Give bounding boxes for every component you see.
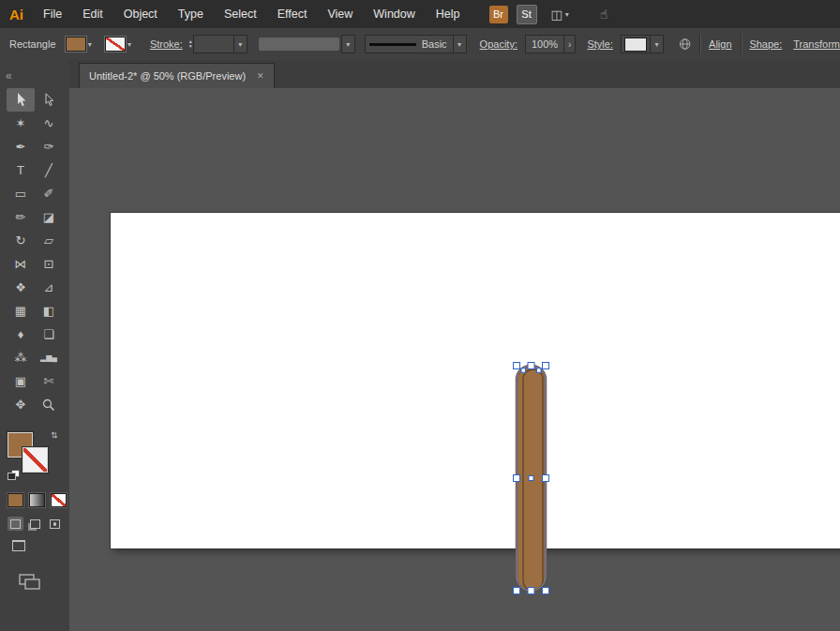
- selection-tool[interactable]: [7, 88, 35, 112]
- pen-tool[interactable]: ✒: [7, 135, 35, 158]
- blend-tool[interactable]: ❏: [35, 323, 63, 346]
- symbol-sprayer-tool[interactable]: ⁂: [7, 346, 35, 369]
- arrange-documents-button[interactable]: ◫ ▾: [551, 8, 569, 22]
- mesh-icon: ▦: [15, 304, 26, 318]
- magic-wand-tool[interactable]: ✶: [7, 112, 35, 135]
- anchor-point[interactable]: [537, 368, 542, 373]
- slice-icon: ✄: [44, 374, 54, 388]
- stroke-style-select[interactable]: Basic ▾: [365, 35, 467, 53]
- gradient-button[interactable]: [29, 493, 45, 507]
- artboard-tool[interactable]: ▣: [7, 369, 35, 393]
- rectangle-tool[interactable]: ▭: [7, 182, 35, 205]
- selected-shape[interactable]: [510, 359, 553, 601]
- menu-select[interactable]: Select: [214, 8, 267, 21]
- stroke-color-box[interactable]: [22, 447, 48, 473]
- rotate-tool[interactable]: ↻: [7, 229, 35, 252]
- brush-definition-select[interactable]: ▾: [259, 35, 355, 53]
- type-tool[interactable]: T: [7, 158, 35, 182]
- document-tab[interactable]: Untitled-2* @ 50% (RGB/Preview) ✕: [79, 63, 275, 88]
- scale-tool[interactable]: ▱: [35, 229, 63, 252]
- menu-bar: Ai File Edit Object Type Select Effect V…: [0, 0, 840, 29]
- swap-fill-stroke-icon[interactable]: ⇄: [50, 431, 59, 439]
- column-graph-tool[interactable]: ▂▆▄: [35, 346, 63, 369]
- menu-window[interactable]: Window: [363, 8, 425, 21]
- globe-icon[interactable]: [679, 37, 691, 52]
- hand-tool[interactable]: ✥: [7, 393, 35, 416]
- graphic-style-panel-link[interactable]: Style:: [587, 38, 613, 50]
- color-button[interactable]: [8, 493, 23, 507]
- fill-color-picker[interactable]: ▾: [66, 37, 92, 52]
- stroke-panel-link[interactable]: Stroke:: [150, 38, 183, 50]
- opacity-select[interactable]: 100% ›: [525, 35, 576, 53]
- selection-handle[interactable]: [528, 363, 534, 369]
- none-button[interactable]: [51, 493, 67, 507]
- curvature-icon: ✑: [44, 140, 54, 154]
- chevron-right-icon: ›: [564, 39, 575, 50]
- menu-help[interactable]: Help: [426, 8, 471, 21]
- selection-handle[interactable]: [528, 588, 534, 594]
- bridge-button[interactable]: Br: [489, 6, 508, 23]
- pencil-tool[interactable]: ✏: [7, 205, 35, 229]
- selection-handle[interactable]: [514, 363, 520, 369]
- opacity-panel-link[interactable]: Opacity:: [480, 38, 518, 50]
- eyedropper-tool[interactable]: ♦: [7, 323, 35, 346]
- transform-panel-link[interactable]: Transform: [793, 38, 840, 50]
- default-fill-stroke-icon[interactable]: [8, 470, 20, 480]
- menu-view[interactable]: View: [317, 8, 363, 21]
- toolbar: « ✶ ∿ ✒ ✑ T ╱ ▭ ✐ ✏ ◪ ↻ ▱ ⋈: [0, 60, 70, 631]
- free-transform-tool[interactable]: ⊡: [35, 252, 63, 276]
- document-tab-title: Untitled-2* @ 50% (RGB/Preview): [89, 70, 246, 82]
- shape-builder-icon: ❖: [15, 280, 26, 294]
- gradient-tool[interactable]: ◧: [35, 299, 63, 323]
- align-panel-link[interactable]: Align: [709, 38, 731, 50]
- menu-file[interactable]: File: [33, 8, 72, 21]
- draw-behind-button[interactable]: [27, 517, 43, 531]
- stroke-color-picker[interactable]: ▾: [105, 37, 131, 52]
- zoom-tool[interactable]: [35, 393, 63, 416]
- selection-handle[interactable]: [514, 588, 520, 594]
- draw-inside-button[interactable]: [47, 517, 63, 531]
- shape-panel-link[interactable]: Shape:: [749, 38, 782, 50]
- menu-object[interactable]: Object: [113, 8, 168, 21]
- line-segment-tool[interactable]: ╱: [35, 158, 63, 182]
- width-tool[interactable]: ⋈: [7, 252, 35, 276]
- anchor-point[interactable]: [521, 368, 526, 373]
- rotate-icon: ↻: [16, 233, 26, 248]
- stock-button[interactable]: St: [517, 5, 537, 24]
- arrange-documents-icon: ◫: [551, 8, 562, 22]
- eraser-tool[interactable]: ◪: [35, 205, 63, 229]
- pasteboard[interactable]: [69, 88, 840, 631]
- stroke-weight-select[interactable]: ▾: [193, 35, 248, 53]
- collapse-panel-icon[interactable]: «: [6, 69, 10, 83]
- selection-handle[interactable]: [543, 588, 549, 594]
- line-style-sample: [369, 43, 416, 46]
- shape-builder-tool[interactable]: ❖: [7, 276, 35, 299]
- artboard[interactable]: [111, 213, 840, 548]
- selection-handle[interactable]: [543, 363, 549, 369]
- direct-selection-tool[interactable]: [35, 88, 63, 112]
- touch-workspace-icon[interactable]: ☝: [600, 7, 608, 22]
- mesh-tool[interactable]: ▦: [7, 299, 35, 323]
- menu-effect[interactable]: Effect: [267, 8, 318, 21]
- menu-type[interactable]: Type: [168, 8, 214, 21]
- collapsed-panels-icon[interactable]: [19, 574, 41, 591]
- screen-mode-button[interactable]: [9, 538, 28, 552]
- slice-tool[interactable]: ✄: [35, 369, 63, 393]
- close-icon[interactable]: ✕: [257, 71, 264, 81]
- draw-behind-icon: [30, 519, 40, 529]
- perspective-grid-tool[interactable]: ⊿: [35, 276, 63, 299]
- free-transform-icon: ⊡: [44, 257, 54, 271]
- graphic-style-select[interactable]: ▾: [621, 35, 664, 53]
- selection-handle[interactable]: [514, 475, 520, 482]
- paintbrush-tool[interactable]: ✐: [35, 182, 63, 205]
- lasso-icon: ∿: [44, 116, 54, 130]
- lasso-tool[interactable]: ∿: [35, 112, 63, 135]
- shape-center-point[interactable]: [529, 476, 533, 481]
- pencil-icon: ✏: [16, 210, 26, 224]
- fill-swatch: [66, 37, 86, 52]
- selection-handle[interactable]: [543, 475, 549, 482]
- curvature-tool[interactable]: ✑: [35, 135, 63, 158]
- menu-edit[interactable]: Edit: [72, 8, 113, 21]
- draw-normal-button[interactable]: [8, 517, 23, 531]
- hand-icon: ✥: [16, 398, 26, 412]
